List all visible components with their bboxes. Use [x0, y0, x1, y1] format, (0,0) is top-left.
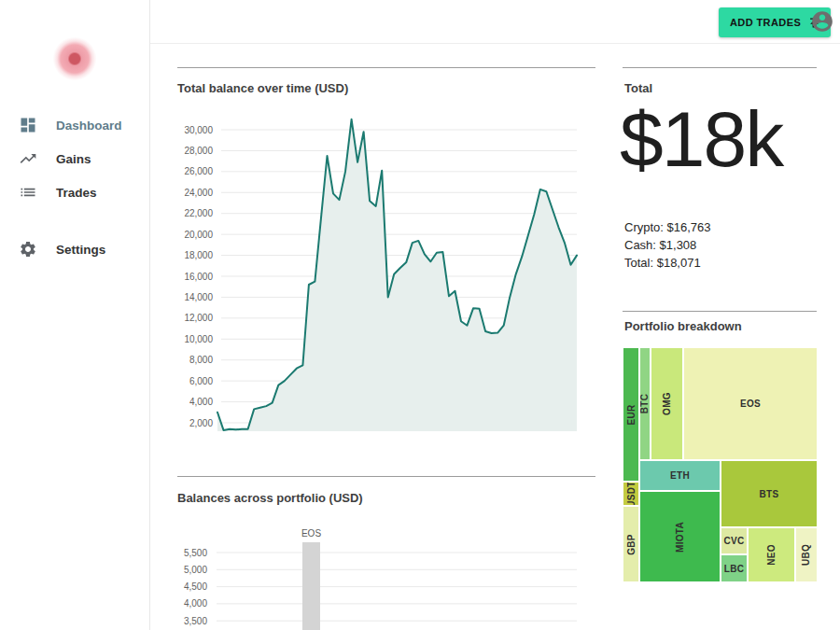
treemap-cell-label: BTS — [760, 489, 779, 499]
treemap-cell-label: NEO — [766, 544, 777, 566]
section-divider — [177, 67, 595, 68]
treemap-cell-label: BTC — [640, 394, 650, 413]
treemap-cell-label: UBQ — [802, 544, 812, 566]
y-tick-label: 30,000 — [184, 125, 213, 135]
treemap-cell-label: EUR — [626, 404, 637, 425]
y-tick-label: 5,000 — [184, 565, 207, 575]
total-card-title: Total — [624, 81, 652, 95]
treemap-cell-cvc[interactable]: CVC — [721, 528, 747, 553]
total-big-value: $18k — [620, 96, 782, 182]
y-tick-label: 20,000 — [184, 230, 213, 240]
treemap-cell-label: EOS — [740, 399, 761, 409]
sidebar: Dashboard Gains Trades Settings — [0, 0, 150, 630]
sidebar-item-label: Dashboard — [56, 119, 122, 133]
treemap-cell-label: LBC — [724, 564, 744, 574]
treemap-cell-label: USDT — [626, 483, 637, 505]
cash-total: Cash: $1,308 — [624, 238, 696, 252]
add-trades-label: ADD TRADES — [730, 17, 801, 28]
portfolio-breakdown-title: Portfolio breakdown — [624, 319, 742, 333]
sidebar-item-label: Settings — [56, 243, 105, 257]
total-balance-area-chart[interactable]: 30,00028,00026,00024,00022,00020,00018,0… — [177, 112, 588, 439]
topbar-divider — [149, 43, 840, 44]
treemap-cell-label: ETH — [670, 470, 690, 481]
section-divider — [177, 476, 595, 477]
treemap-cell-label: CVC — [723, 536, 744, 546]
bar-category-label: EOS — [301, 528, 321, 539]
treemap-cell-label: GBP — [626, 534, 637, 555]
treemap-cell-eth[interactable]: ETH — [640, 461, 720, 490]
treemap-cell-omg[interactable]: OMG — [651, 348, 682, 459]
portfolio-treemap: EURUSDTGBPBTCOMGEOSETHMIOTABTSCVCLBCNEOU… — [623, 348, 817, 581]
treemap-cell-usdt[interactable]: USDT — [623, 483, 638, 505]
treemap-cell-label: OMG — [662, 392, 672, 415]
treemap-cell-gbp[interactable]: GBP — [623, 507, 638, 581]
treemap-cell-lbc[interactable]: LBC — [721, 555, 747, 581]
grand-total: Total: $18,071 — [624, 256, 701, 270]
treemap-cell-ubq[interactable]: UBQ — [796, 528, 817, 581]
y-tick-label: 5,500 — [184, 548, 207, 558]
avatar[interactable] — [810, 9, 834, 34]
sidebar-item-label: Gains — [56, 152, 91, 166]
treemap-cell-bts[interactable]: BTS — [721, 461, 817, 526]
sidebar-item-settings[interactable]: Settings — [0, 232, 149, 266]
section-divider — [623, 67, 817, 68]
treemap-cell-label: MIOTA — [675, 522, 685, 553]
y-tick-label: 4,000 — [184, 598, 207, 609]
y-tick-label: 12,000 — [184, 313, 213, 323]
y-tick-label: 8,000 — [189, 355, 213, 365]
y-tick-label: 3,500 — [184, 616, 207, 626]
y-tick-label: 2,000 — [189, 418, 213, 428]
gear-icon — [19, 240, 37, 259]
y-tick-label: 4,000 — [189, 397, 213, 407]
y-tick-label: 4,500 — [184, 581, 207, 592]
y-tick-label: 6,000 — [189, 376, 213, 386]
balances-bar-chart-title: Balances across portfolio (USD) — [177, 491, 363, 505]
area-fill — [217, 119, 577, 431]
app-logo — [53, 37, 96, 80]
y-tick-label: 28,000 — [184, 146, 213, 156]
sidebar-item-label: Trades — [56, 186, 97, 200]
balance-chart-title: Total balance over time (USD) — [177, 81, 348, 95]
y-tick-label: 14,000 — [184, 292, 213, 302]
bar-eos — [302, 542, 320, 630]
sidebar-item-gains[interactable]: Gains — [0, 142, 149, 175]
dashboard-icon — [19, 116, 37, 134]
sidebar-item-dashboard[interactable]: Dashboard — [0, 108, 149, 142]
treemap-cell-neo[interactable]: NEO — [749, 528, 794, 581]
section-divider — [623, 311, 817, 312]
y-tick-label: 18,000 — [184, 250, 213, 260]
y-tick-label: 10,000 — [184, 334, 213, 344]
balances-bar-chart[interactable]: 5,5005,0004,5004,0003,500EOS — [177, 523, 588, 630]
y-tick-label: 26,000 — [184, 166, 213, 176]
account-circle-icon — [810, 9, 834, 34]
list-icon — [19, 183, 37, 202]
treemap-cell-eur[interactable]: EUR — [623, 348, 638, 481]
y-tick-label: 22,000 — [184, 208, 213, 218]
y-tick-label: 24,000 — [184, 188, 213, 198]
y-tick-label: 16,000 — [184, 272, 213, 282]
treemap-cell-miota[interactable]: MIOTA — [640, 492, 720, 581]
treemap-cell-eos[interactable]: EOS — [684, 348, 817, 459]
sidebar-item-trades[interactable]: Trades — [0, 175, 149, 209]
crypto-total: Crypto: $16,763 — [624, 220, 711, 234]
trending-up-icon — [19, 149, 37, 168]
treemap-cell-btc[interactable]: BTC — [640, 348, 650, 459]
